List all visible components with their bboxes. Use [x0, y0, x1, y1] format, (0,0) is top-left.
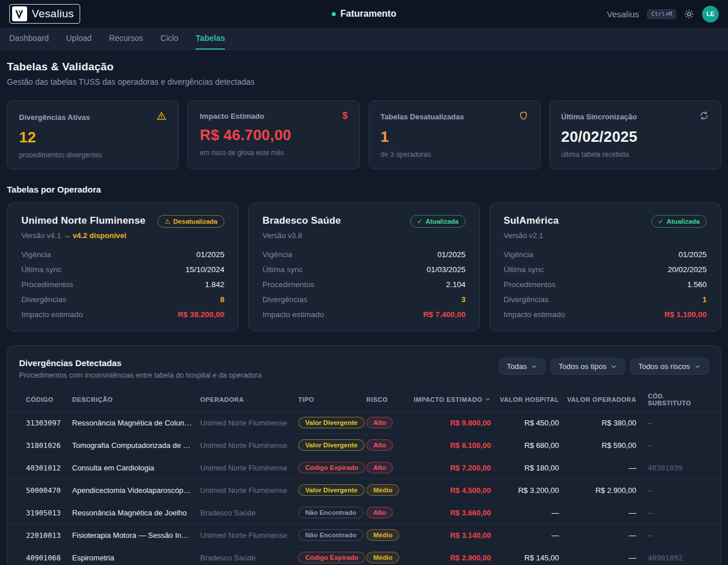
table-body: 31303097 Ressonância Magnética de Coluna…	[7, 412, 721, 565]
cell-risco: Médio	[366, 552, 404, 563]
operator-version: Versão v4.1 → v4.2 disponível	[21, 231, 224, 240]
sort-desc-icon	[485, 396, 491, 402]
tipo-badge: Valor Divergente	[298, 439, 365, 451]
table-row[interactable]: 50000470 Apendicectomia Videolaparoscópi…	[7, 479, 721, 502]
tipo-badge: Código Expirado	[298, 552, 365, 563]
cell-codigo: 50000470	[26, 486, 72, 495]
detail-row-vigencia: Vigência 01/2025	[21, 250, 224, 259]
shield-icon	[519, 111, 528, 123]
cell-impacto-estimado: R$ 4.500,00	[404, 486, 491, 495]
detail-label: Procedimentos	[21, 280, 73, 289]
user-avatar[interactable]: LE	[702, 6, 719, 22]
detail-label: Procedimentos	[262, 280, 314, 289]
cell-impacto-estimado: R$ 2.900,00	[404, 553, 491, 562]
detail-label: Procedimentos	[504, 280, 556, 289]
cell-valor-operadora: R$ 2.900,00	[559, 486, 636, 495]
cell-codigo: 40901068	[26, 553, 72, 562]
table-row[interactable]: 31303097 Ressonância Magnética de Coluna…	[7, 412, 721, 434]
cell-tipo: Não Encontrado	[298, 529, 366, 541]
logo-text: Vesalius	[32, 7, 74, 20]
theme-toggle-sun-icon[interactable]	[684, 9, 694, 19]
operator-card: SulAmérica ✓ Atualizada Versão v2.1 Vigê…	[489, 202, 721, 332]
col-header-operadora: OPERADORA	[200, 396, 298, 403]
table-row[interactable]: 31801026 Tomografia Computadorizada de T…	[7, 434, 721, 457]
stat-card-divergencias-ativas: Divergências Ativas 12 procedimentos div…	[7, 100, 179, 170]
cell-valor-hospital: R$ 680,00	[491, 441, 559, 450]
chevron-down-icon	[531, 363, 538, 370]
detail-row-vigencia: Vigência 01/2025	[504, 250, 707, 259]
table-row[interactable]: 40301012 Consulta em Cardiologia Unimed …	[7, 457, 721, 479]
top-bar: Vesalius Faturamento Vesalius Ctrl+M LE	[0, 0, 728, 28]
cell-valor-operadora: —	[559, 553, 636, 562]
cell-codigo: 40301012	[26, 464, 72, 472]
warning-triangle-icon	[156, 111, 167, 123]
cell-valor-hospital: —	[491, 508, 559, 517]
command-palette-label[interactable]: Vesalius	[607, 9, 639, 19]
tipo-badge: Não Encontrado	[298, 507, 363, 518]
version-update-available: → v4.2 disponível	[63, 231, 126, 240]
detail-value: 1	[702, 295, 707, 304]
dollar-icon: $	[343, 111, 348, 121]
table-row[interactable]: 22010013 Fisioterapia Motora — Sessão In…	[7, 524, 721, 547]
cell-impacto-estimado: R$ 7.200,00	[404, 464, 491, 472]
detail-value: 15/10/2024	[185, 265, 224, 274]
stat-caption: de 3 operadoras	[381, 150, 528, 159]
tipo-badge: Valor Divergente	[298, 417, 365, 428]
filter-operadora-dropdown[interactable]: Todas	[499, 358, 546, 375]
cell-tipo: Código Expirado	[298, 552, 366, 563]
app-logo[interactable]: Vesalius	[9, 4, 80, 24]
filter-risco-dropdown[interactable]: Todos os riscos	[630, 358, 709, 375]
nav-tab[interactable]: Upload	[66, 28, 92, 50]
stat-label: Impacto Estimado	[200, 112, 264, 120]
vesalius-logo-icon	[12, 6, 27, 21]
chevron-down-icon	[610, 363, 617, 370]
nav-tab[interactable]: Ciclo	[160, 28, 178, 50]
cell-descricao: Ressonância Magnética de Joelho	[72, 508, 200, 517]
cell-operadora: Unimed Norte Fluminense	[200, 486, 298, 495]
cell-impacto-estimado: R$ 9.800,00	[404, 419, 491, 427]
detail-label: Vigência	[262, 250, 292, 259]
nav-tab[interactable]: Tabelas	[196, 28, 225, 50]
detail-row-ultima-sync: Última sync 20/02/2025	[504, 265, 707, 274]
cell-cod-substituto: —	[636, 531, 702, 540]
detail-label: Vigência	[504, 250, 534, 259]
detail-value: 01/2025	[196, 250, 224, 259]
risco-badge: Médio	[366, 484, 399, 496]
cell-cod-substituto: —	[636, 441, 702, 450]
status-badge: ⚠ Desatualizada	[157, 215, 224, 228]
top-right-controls: Vesalius Ctrl+M LE	[607, 6, 719, 22]
cell-risco: Alto	[366, 417, 404, 428]
stat-value: 20/02/2025	[561, 128, 709, 146]
stat-label: Tabelas Desatualizadas	[381, 112, 464, 121]
operators-section-title: Tabelas por Operadora	[7, 184, 721, 194]
filter-tipo-dropdown[interactable]: Todos os tipos	[550, 358, 625, 375]
divergences-panel: Divergências Detectadas Procedimentos co…	[7, 345, 721, 565]
nav-tab-label: Recursos	[109, 33, 143, 43]
cell-descricao: Consulta em Cardiologia	[72, 464, 200, 472]
col-header-valor-hospital: VALOR HOSPITAL	[491, 396, 559, 403]
detail-label: Impacto estimado	[21, 310, 83, 319]
detail-value: 1.560	[687, 280, 707, 289]
operator-name: Bradesco Saúde	[262, 215, 341, 227]
stat-label: Última Sincronização	[561, 112, 637, 121]
col-header-label: IMPACTO ESTIMADO	[414, 396, 482, 403]
nav-tab[interactable]: Dashboard	[9, 28, 49, 50]
col-header-impacto-estimado-sort[interactable]: IMPACTO ESTIMADO	[404, 396, 491, 403]
col-header-codigo: CÓDIGO	[26, 396, 72, 403]
status-badge-icon: ✓	[417, 217, 423, 225]
cell-cod-substituto: —	[636, 419, 702, 427]
cell-risco: Alto	[366, 507, 404, 518]
cell-codigo: 31303097	[26, 419, 72, 427]
table-row[interactable]: 31905013 Ressonância Magnética de Joelho…	[7, 502, 721, 524]
filter-label: Todas	[507, 362, 527, 371]
detail-label: Última sync	[504, 265, 544, 274]
table-row[interactable]: 40901068 Espirometria Bradesco Saúde Cód…	[7, 547, 721, 565]
nav-tab[interactable]: Recursos	[109, 28, 143, 50]
risco-badge: Alto	[366, 462, 393, 473]
detail-row-divergencias: Divergências 8	[21, 295, 224, 304]
status-badge: ✓ Atualizada	[410, 215, 466, 228]
stat-value: 12	[19, 129, 167, 146]
nav-tabs: Dashboard Upload Recursos Ciclo Tabelas	[0, 28, 728, 50]
detail-label: Divergências	[21, 295, 66, 304]
status-badge-icon: ⚠	[164, 217, 170, 225]
